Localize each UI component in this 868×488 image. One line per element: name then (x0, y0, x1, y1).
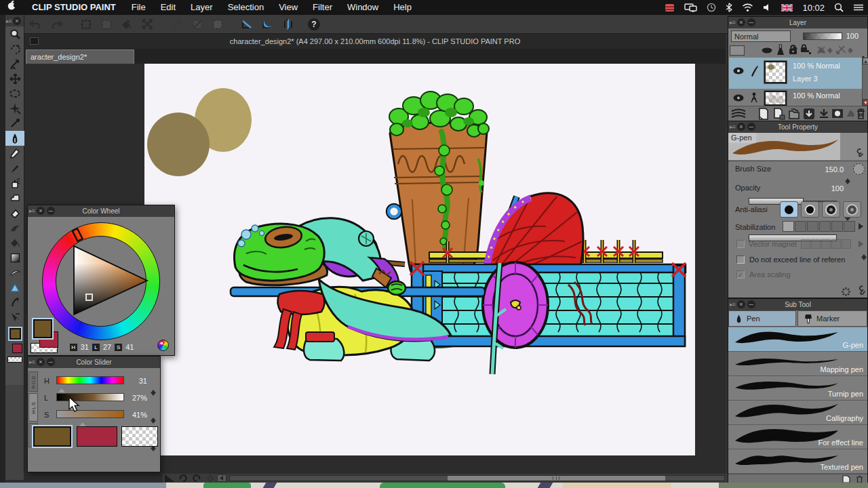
ruler-range-icon[interactable] (835, 44, 854, 55)
ruler-curve-icon[interactable] (259, 17, 277, 32)
displays-icon[interactable] (684, 3, 697, 12)
tab-rgb[interactable]: RGB (28, 371, 38, 392)
eraser-tool[interactable] (5, 205, 24, 220)
decoration-tool[interactable] (5, 190, 24, 205)
canvas-h-scrollbar[interactable] (229, 475, 725, 481)
sub-tool-item-mapping-pen[interactable]: Mapping pen (728, 352, 867, 376)
anti-aliasing-strong[interactable] (843, 201, 861, 218)
layer-name[interactable]: Layer 3 (793, 75, 818, 83)
bluetooth-icon[interactable] (726, 3, 732, 12)
close-icon[interactable]: × (37, 358, 45, 366)
layer-mask-icon[interactable] (831, 108, 844, 119)
lock-layer-icon[interactable] (788, 44, 798, 58)
contour-tool[interactable] (5, 265, 24, 280)
layer-list-scrollbar[interactable]: ▲ ▼ (862, 58, 868, 106)
foreground-color-swatch[interactable] (33, 319, 52, 338)
color-slider-header[interactable]: ▸≡ × ─ Color Slider (28, 357, 160, 368)
new-vector-layer-icon[interactable] (773, 108, 785, 120)
layer-row[interactable]: 100 % Normal (729, 89, 862, 106)
blend-mode-select[interactable]: Normal (731, 30, 791, 42)
close-icon[interactable]: × (37, 207, 45, 215)
tab-marker[interactable]: Marker (797, 310, 867, 327)
wrench-icon[interactable] (856, 285, 867, 297)
brush-size-stepper[interactable] (845, 175, 851, 186)
notification-center-icon[interactable] (853, 3, 864, 12)
menu-bar-clock[interactable]: 10:02 (802, 3, 825, 13)
minimize-icon[interactable]: ─ (47, 207, 55, 215)
panel-menu-icon[interactable]: ▸≡ (730, 301, 735, 308)
menu-view[interactable]: View (271, 0, 305, 15)
reference-layer-icon[interactable] (815, 44, 833, 55)
undo-icon[interactable] (27, 17, 45, 32)
pen-tool[interactable] (5, 131, 24, 146)
zoom-tool[interactable] (5, 26, 24, 41)
minimize-icon[interactable]: ─ (747, 123, 755, 131)
layer-panel-header[interactable]: ▸≡ × ─ Layer (728, 17, 867, 28)
sub-color-swatch[interactable] (5, 342, 24, 354)
s-slider-marker[interactable] (79, 419, 86, 426)
wrench-icon[interactable] (854, 148, 865, 159)
panel-menu-icon[interactable]: ▸≡ (29, 359, 35, 365)
apple-menu[interactable] (0, 0, 24, 15)
menu-edit[interactable]: Edit (153, 0, 183, 15)
ruler-straight-icon[interactable] (239, 17, 256, 32)
current-color-swatch[interactable] (33, 426, 71, 447)
merge-down-icon[interactable] (818, 108, 830, 120)
close-icon[interactable]: × (737, 123, 745, 131)
figure-tool[interactable] (5, 280, 24, 295)
anti-aliasing-weak[interactable] (801, 201, 819, 218)
l-slider[interactable] (56, 393, 124, 401)
sub-tool-item-gpen[interactable]: G-pen (728, 327, 867, 352)
snap-ruler-icon[interactable] (168, 17, 186, 32)
color-wheel-header[interactable]: ▸≡ × ─ Color Wheel (28, 205, 174, 217)
scroll-up-button[interactable]: ▲ (863, 58, 868, 64)
minimize-icon[interactable]: ─ (747, 300, 755, 308)
h-slider[interactable] (56, 376, 124, 384)
clipping-icon[interactable] (761, 45, 773, 58)
sub-tool-item-calligraphy[interactable]: Calligraphy (728, 401, 867, 425)
fill-tool[interactable] (5, 235, 24, 250)
main-color-swatch[interactable] (5, 325, 24, 342)
menu-selection[interactable]: Selection (220, 0, 271, 15)
transparent-color-swatch[interactable] (121, 426, 158, 447)
move-tool[interactable] (5, 71, 24, 86)
area-scaling-checkbox[interactable]: ✓ (736, 270, 745, 279)
rotate-tool[interactable] (5, 41, 24, 56)
color-model-toggle-icon[interactable] (157, 340, 169, 351)
rotate-left-icon[interactable] (176, 474, 190, 483)
panel-menu-icon[interactable]: ▸≡ (730, 123, 735, 130)
apply-mask-icon[interactable] (845, 108, 856, 119)
layer-opacity-slider[interactable] (803, 33, 842, 40)
recording-icon[interactable] (665, 3, 675, 12)
rotate-right-icon[interactable] (190, 474, 203, 483)
new-layer-icon[interactable] (758, 108, 769, 120)
minimize-icon[interactable]: ─ (47, 358, 55, 366)
selection-tool[interactable] (5, 86, 24, 101)
volume-icon[interactable] (763, 3, 772, 12)
gradient-tool[interactable] (5, 250, 24, 265)
menu-layer[interactable]: Layer (183, 0, 220, 15)
h-slider-marker[interactable] (58, 385, 65, 392)
anti-aliasing-medium[interactable] (822, 201, 840, 218)
s-slider[interactable] (56, 410, 124, 418)
layer-thumbnail-size[interactable] (730, 45, 745, 56)
fill-icon[interactable] (118, 17, 136, 32)
menu-window[interactable]: Window (340, 0, 386, 15)
l-stepper[interactable] (151, 414, 157, 425)
panel-menu-icon[interactable]: ▸≡ (6, 18, 12, 24)
background-color[interactable] (12, 344, 22, 353)
tab-hls[interactable]: HLS (28, 393, 38, 422)
correct-line-tool[interactable] (5, 295, 24, 310)
snap-special-ruler-icon[interactable] (189, 17, 206, 32)
operation-tool[interactable] (5, 56, 24, 71)
select-area-icon[interactable] (98, 17, 115, 32)
brush-tool[interactable] (5, 161, 24, 176)
transparent-color-swatch[interactable] (5, 354, 24, 364)
deselect-icon[interactable] (77, 17, 95, 32)
visibility-eye-icon[interactable] (733, 94, 744, 102)
vector-edit-tool[interactable] (5, 310, 24, 325)
redo-icon[interactable] (47, 17, 65, 32)
panel-menu-icon[interactable]: ▸≡ (730, 19, 735, 26)
sv-triangle[interactable] (42, 222, 160, 340)
tool-property-header[interactable]: ▸≡ × ─ Tool Property (728, 121, 867, 133)
